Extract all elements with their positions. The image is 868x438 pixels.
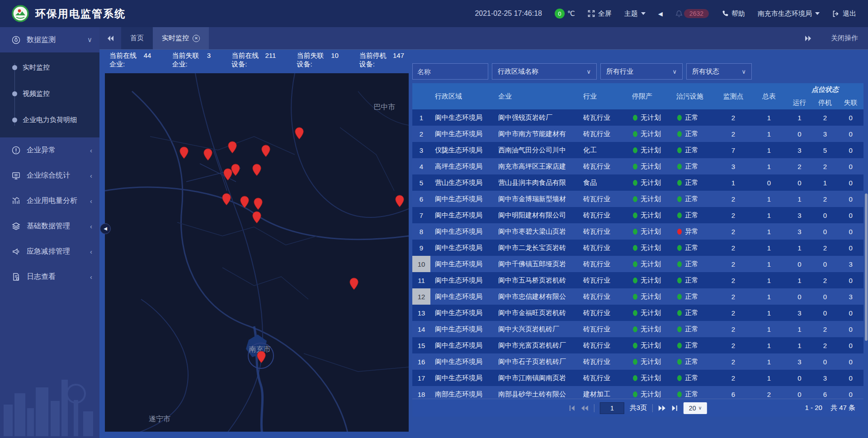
table-header-cell[interactable]: 行政区域 — [430, 92, 494, 101]
map-pin-icon[interactable] — [254, 198, 263, 210]
cell-limit-status: 无计划 — [627, 309, 672, 317]
table-row[interactable]: 13阆中生态环境局阆中市金福旺页岩机砖砖瓦行业无计划正常21300 — [412, 305, 863, 321]
table-subheader-cell[interactable]: 运行 — [787, 99, 812, 107]
sidebar-subitem[interactable]: 视频监控 — [0, 80, 99, 107]
cell-region: 阆中生态环境局 — [430, 227, 494, 236]
map-pin-icon[interactable] — [231, 164, 240, 176]
app-header: 环保用电监管系统 2021-02-25 17:46:18 0 ℃ 全屏 主题 ◀ — [0, 0, 868, 27]
sidebar-subitem[interactable]: 实时监控 — [0, 54, 99, 80]
map-pin-icon[interactable] — [295, 127, 304, 140]
table-row[interactable]: 12阆中生态环境局阆中市忠信建材有限公砖瓦行业无计划正常21003 — [412, 288, 863, 305]
theme-label: 主题 — [624, 9, 638, 18]
table-header-cell[interactable]: 行业 — [579, 92, 627, 101]
sidebar-item-enterprise-abnormal[interactable]: 企业异常‹ — [0, 137, 99, 163]
sidebar-item-emergency[interactable]: 应急减排管理‹ — [0, 239, 99, 264]
table-subheader-cell[interactable]: 失联 — [838, 99, 863, 107]
first-page-button[interactable] — [569, 405, 576, 411]
status-filter-select[interactable]: 所有状态 ∨ — [686, 63, 752, 80]
page-size-select[interactable]: 20 ∨ — [684, 402, 707, 414]
cell-company: 阆中市江南镇阆南页岩 — [494, 374, 579, 382]
close-operations-button[interactable]: 关闭操作 — [831, 34, 858, 42]
table-header-cell[interactable]: 监测点 — [715, 92, 751, 101]
cell-points: 2 — [715, 277, 751, 284]
sidebar-item-enterprise-stats[interactable]: 企业综合统计‹ — [0, 163, 99, 188]
table-header-cell[interactable]: 停限产 — [627, 92, 672, 101]
sidebar-item-logs[interactable]: 日志查看‹ — [0, 264, 99, 289]
mute-button[interactable]: ◀ — [658, 10, 663, 17]
sidebar-item-power-analysis[interactable]: 企业用电量分析‹ — [0, 188, 99, 213]
table-row[interactable]: 14阆中生态环境局阆中大兴页岩机砖厂砖瓦行业无计划正常21120 — [412, 321, 863, 337]
previous-page-button[interactable] — [581, 405, 589, 411]
map-pin-icon[interactable] — [240, 196, 250, 208]
map-pin-icon[interactable] — [349, 278, 359, 290]
table-row[interactable]: 6阆中生态环境局阆中市金博瑞新型墙材砖瓦行业无计划正常21120 — [412, 191, 863, 207]
cell-stop: 0 — [812, 293, 838, 301]
map-pin-icon[interactable] — [252, 164, 262, 176]
map-pin-icon[interactable] — [179, 146, 189, 159]
table-row[interactable]: 8阆中生态环境局阆中市枣碧大梁山页岩砖瓦行业无计划异常21300 — [412, 223, 863, 240]
table-row[interactable]: 5营山生态环境局营山县润丰肉食品有限食品无计划正常10010 — [412, 174, 863, 191]
stat-label: 当前在线企业: — [109, 52, 142, 69]
sidebar-subitem[interactable]: 企业电力负荷明细 — [0, 107, 99, 133]
map-panel[interactable]: 巴中市南充市遂宁市 — [105, 73, 409, 432]
name-filter-input[interactable] — [412, 63, 488, 80]
table-row[interactable]: 11阆中生态环境局阆中市五马桥页岩机砖砖瓦行业无计划正常21120 — [412, 272, 863, 288]
logout-button[interactable]: 退出 — [832, 9, 856, 18]
table-row[interactable]: 15阆中生态环境局阆中市光富页岩机砖厂砖瓦行业无计划正常21120 — [412, 337, 863, 353]
table-row[interactable]: 18南部生态环境局南部县砂华土砖有限公建材加工无计划正常62060 — [412, 386, 863, 399]
table-row[interactable]: 16阆中生态环境局阆中市石子页岩机砖厂砖瓦行业无计划正常21300 — [412, 353, 863, 370]
table-row[interactable]: 7阆中生态环境局阆中明阳建材有限公司砖瓦行业无计划正常21300 — [412, 207, 863, 223]
sidebar-item-data-monitor[interactable]: 数据监测∨ — [0, 27, 99, 52]
table-row[interactable]: 10阆中生态环境局阆中千佛镇五郎垭页岩砖瓦行业无计划正常21003 — [412, 256, 863, 272]
tab-首页[interactable]: 首页 — [121, 27, 153, 49]
cell-lost: 0 — [838, 358, 863, 366]
cell-company: 阆中市金福旺页岩机砖 — [494, 309, 579, 317]
map-pin-icon[interactable] — [228, 141, 237, 154]
map-pin-icon[interactable] — [395, 195, 404, 207]
scrollbar[interactable] — [864, 50, 868, 438]
cell-stop: 0 — [812, 309, 838, 317]
table-row[interactable]: 17阆中生态环境局阆中市江南镇阆南页岩砖瓦行业无计划正常21030 — [412, 370, 863, 386]
help-button[interactable]: 帮助 — [722, 9, 745, 18]
status-dot-green-icon — [633, 196, 637, 202]
table-row[interactable]: 9阆中生态环境局阆中市二龙长宝页岩砖砖瓦行业无计划正常21120 — [412, 240, 863, 256]
cell-facility-status: 正常 — [672, 146, 715, 155]
facility-status-label: 正常 — [685, 195, 698, 203]
org-menu[interactable]: 南充市生态环境局 — [758, 9, 820, 18]
table-row[interactable]: 1阆中生态环境局阆中强锐页岩砖厂砖瓦行业无计划正常21120 — [412, 109, 863, 126]
industry-filter-select[interactable]: 所有行业 ∨ — [600, 63, 683, 80]
map-pin-icon[interactable] — [203, 148, 213, 161]
table-subheader-cell[interactable]: 停机 — [812, 99, 838, 107]
cell-run: 0 — [787, 179, 812, 187]
page-number-input[interactable] — [600, 402, 624, 414]
sidebar-item-base-data[interactable]: 基础数据管理‹ — [0, 213, 99, 239]
cell-run: 1 — [787, 114, 812, 122]
cell-limit-status: 无计划 — [627, 260, 672, 268]
fullscreen-button[interactable]: 全屏 — [588, 9, 612, 18]
chevron-down-icon: ∨ — [698, 405, 702, 411]
table-header-cell[interactable]: 企业 — [494, 92, 579, 101]
last-page-button[interactable] — [671, 405, 678, 411]
map-pin-icon[interactable] — [257, 351, 266, 363]
table-row[interactable]: 4高坪生态环境局南充市高坪区王家店建砖瓦行业无计划正常31220 — [412, 158, 863, 174]
theme-menu[interactable]: 主题 — [624, 9, 646, 18]
map-pin-icon[interactable] — [222, 193, 231, 206]
tab-实时监控[interactable]: 实时监控✕ — [153, 27, 209, 49]
cell-region: 南部生态环境局 — [430, 390, 494, 399]
panel-collapse-button[interactable]: ◀ — [100, 223, 111, 234]
table-row[interactable]: 2阆中生态环境局阆中市南方节能建材有砖瓦行业无计划正常21030 — [412, 126, 863, 142]
scrollbar-thumb[interactable] — [865, 193, 868, 341]
cell-industry: 砖瓦行业 — [579, 260, 627, 268]
map-pin-icon[interactable] — [261, 145, 271, 157]
close-icon[interactable]: ✕ — [193, 35, 200, 42]
tabs-scroll-left-button[interactable] — [99, 27, 121, 49]
next-page-button[interactable] — [658, 405, 666, 411]
notifications[interactable]: 2632 — [675, 9, 709, 18]
tabs-scroll-right-button[interactable] — [797, 35, 819, 42]
table-header-cell[interactable]: 总表 — [751, 92, 787, 101]
map-pin-icon[interactable] — [252, 211, 262, 224]
region-filter-select[interactable]: 行政区域名称 ∨ — [492, 63, 597, 80]
table-row[interactable]: 3仪陇生态环境局西南油气田分公司川中化工无计划正常71350 — [412, 142, 863, 158]
cell-meter: 1 — [751, 358, 787, 366]
table-header-cell[interactable]: 治污设施 — [672, 92, 715, 101]
